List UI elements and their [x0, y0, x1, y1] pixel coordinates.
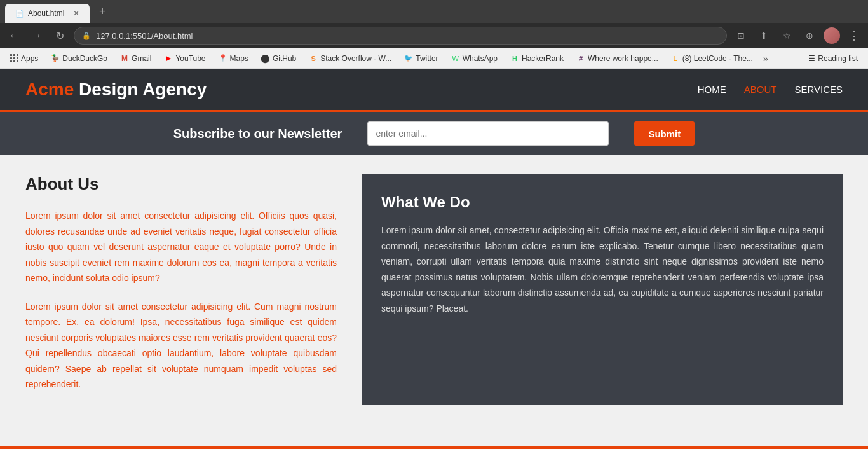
github-label: GitHub	[273, 54, 296, 63]
share-button[interactable]: ⬆	[755, 27, 773, 45]
youtube-label: YouTube	[175, 54, 205, 63]
newsletter-email-input[interactable]	[367, 121, 609, 146]
bookmark-duckduckgo[interactable]: 🦆 DuckDuckGo	[46, 53, 112, 64]
menu-button[interactable]: ⋮	[845, 27, 863, 45]
bookmark-youtube[interactable]: ▶ YouTube	[159, 53, 210, 64]
bookmark-gmail[interactable]: M Gmail	[115, 53, 156, 64]
tab-bar: 📄 About.html ✕ +	[0, 0, 868, 23]
reading-list-label: Reading list	[818, 54, 858, 63]
nav-actions: ⊡ ⬆ ☆ ⊕ ⋮	[732, 27, 863, 45]
maps-icon: 📍	[219, 54, 227, 63]
what-heading: What We Do	[381, 193, 824, 211]
main-content: About Us Lorem ipsum dolor sit amet cons…	[0, 155, 868, 424]
newsletter-banner: Subscribe to our Newsletter Submit	[0, 112, 868, 155]
bookmark-hackerrank[interactable]: H HackerRank	[505, 53, 569, 64]
maps-label: Maps	[230, 54, 248, 63]
wherework-icon: #	[576, 54, 585, 63]
gmail-label: Gmail	[132, 54, 151, 63]
nav-services[interactable]: SERVICES	[794, 84, 843, 95]
logo-rest: Design Agency	[74, 79, 207, 99]
what-para: Lorem ipsum dolor sit amet, consectetur …	[381, 223, 824, 316]
screen-capture-button[interactable]: ⊡	[732, 27, 750, 45]
bookmarks-bar: Apps 🦆 DuckDuckGo M Gmail ▶ YouTube 📍 Ma…	[0, 48, 868, 69]
what-we-do-section: What We Do Lorem ipsum dolor sit amet, c…	[362, 174, 843, 405]
more-bookmarks-button[interactable]: »	[761, 53, 771, 64]
reading-list-icon: ☰	[808, 54, 815, 63]
youtube-icon: ▶	[164, 54, 173, 63]
browser-chrome: 📄 About.html ✕ + ← → ↻ 🔒 127.0.0.1:5501/…	[0, 0, 868, 69]
bookmark-wherework[interactable]: # Where work happe...	[571, 53, 663, 64]
extensions-button[interactable]: ⊕	[801, 27, 818, 45]
reload-button[interactable]: ↻	[51, 27, 69, 45]
apps-label: Apps	[21, 54, 38, 63]
reading-list-button[interactable]: ☰ Reading list	[803, 53, 863, 64]
bookmark-whatsapp[interactable]: W WhatsApp	[446, 53, 503, 64]
address-bar[interactable]: 🔒 127.0.0.1:5501/About.html	[74, 27, 727, 45]
newsletter-submit-button[interactable]: Submit	[634, 121, 695, 146]
stackoverflow-label: Stack Overflow - W...	[320, 54, 391, 63]
active-tab[interactable]: 📄 About.html ✕	[5, 4, 90, 23]
new-tab-button[interactable]: +	[93, 3, 111, 20]
logo-accent: Acme	[25, 79, 74, 99]
about-section: About Us Lorem ipsum dolor sit amet cons…	[25, 174, 362, 405]
tab-favicon: 📄	[15, 10, 24, 18]
about-para-2: Lorem ipsum dolor sit amet consectetur a…	[25, 299, 337, 392]
apps-grid-icon	[10, 54, 18, 62]
hackerrank-label: HackerRank	[522, 54, 564, 63]
nav-about[interactable]: ABOUT	[744, 84, 777, 95]
bookmark-stackoverflow[interactable]: S Stack Overflow - W...	[304, 53, 397, 64]
nav-bar: ← → ↻ 🔒 127.0.0.1:5501/About.html ⊡ ⬆ ☆ …	[0, 23, 868, 48]
site-nav-links: HOME ABOUT SERVICES	[698, 84, 843, 95]
wherework-label: Where work happe...	[588, 54, 658, 63]
back-button[interactable]: ←	[5, 27, 23, 45]
nav-home[interactable]: HOME	[698, 84, 726, 95]
bookmark-twitter[interactable]: 🐦 Twitter	[399, 53, 443, 64]
bookmark-github[interactable]: ⬤ GitHub	[256, 53, 301, 64]
lock-icon: 🔒	[82, 32, 91, 40]
bottom-accent-bar	[0, 446, 868, 449]
newsletter-title: Subscribe to our Newsletter	[173, 127, 342, 141]
duckduckgo-icon: 🦆	[51, 54, 60, 63]
bookmark-star-button[interactable]: ☆	[778, 27, 796, 45]
bookmark-maps[interactable]: 📍 Maps	[214, 53, 254, 64]
leetcode-icon: L	[671, 54, 680, 63]
tab-title: About.html	[28, 9, 64, 18]
bookmark-apps[interactable]: Apps	[5, 53, 43, 64]
address-text: 127.0.0.1:5501/About.html	[96, 31, 193, 41]
about-heading: About Us	[25, 174, 337, 194]
bookmark-leetcode[interactable]: L (8) LeetCode - The...	[666, 53, 758, 64]
profile-avatar[interactable]	[824, 27, 840, 44]
github-icon: ⬤	[261, 54, 270, 63]
stackoverflow-icon: S	[309, 54, 318, 63]
gmail-icon: M	[120, 54, 129, 63]
whatsapp-label: WhatsApp	[463, 54, 498, 63]
site-nav: Acme Design Agency HOME ABOUT SERVICES	[0, 69, 868, 112]
leetcode-label: (8) LeetCode - The...	[682, 54, 753, 63]
whatsapp-icon: W	[451, 54, 460, 63]
forward-button[interactable]: →	[28, 27, 46, 45]
twitter-label: Twitter	[416, 54, 438, 63]
hackerrank-icon: H	[510, 54, 519, 63]
website-content: Acme Design Agency HOME ABOUT SERVICES S…	[0, 69, 868, 449]
site-logo: Acme Design Agency	[25, 79, 207, 100]
tab-close-icon[interactable]: ✕	[73, 9, 79, 18]
duckduckgo-label: DuckDuckGo	[62, 54, 107, 63]
twitter-icon: 🐦	[404, 54, 413, 63]
about-para-1: Lorem ipsum dolor sit amet consectetur a…	[25, 208, 337, 286]
